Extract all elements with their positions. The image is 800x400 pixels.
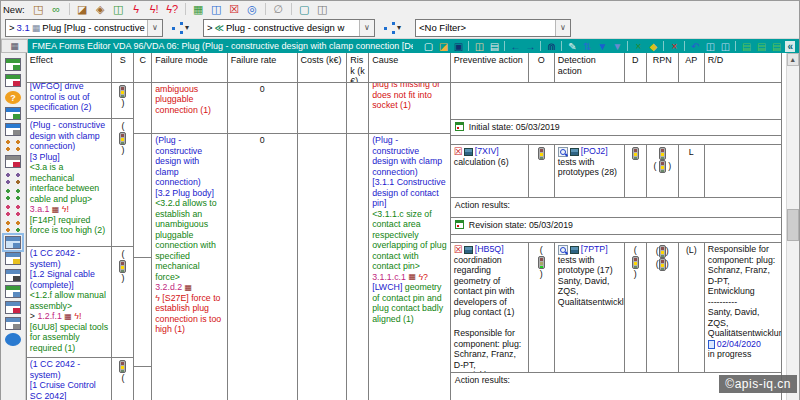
forward-icon[interactable]: → [523, 40, 537, 53]
classification-cell[interactable] [134, 83, 152, 134]
search-binoculars-icon[interactable]: ⋒ [544, 40, 558, 53]
new-failure-question-icon[interactable]: ϟ? [165, 3, 180, 16]
fmea-table-icon[interactable] [5, 155, 21, 168]
classification-cell[interactable] [134, 134, 152, 258]
open-icon[interactable]: ◪ [436, 40, 450, 53]
cause-cell[interactable]: (Plug - constructive design with clamp c… [369, 134, 451, 400]
window-layout-icon[interactable]: ▢ [297, 3, 312, 16]
failure-rate-cell[interactable]: 0 [228, 83, 298, 134]
revision-state-row[interactable]: Revision state: 05/03/2019 [451, 218, 781, 235]
vertical-scrollbar[interactable]: ▲ [786, 53, 799, 400]
ap-cell[interactable]: L [679, 145, 705, 198]
new-characteristic-icon[interactable]: ◈ [93, 3, 108, 16]
new-document-icon[interactable]: ▢ [421, 40, 435, 53]
scroll-up-icon[interactable]: ▲ [787, 53, 799, 66]
structure-history-icon[interactable] [5, 123, 21, 136]
function-dropdown-button[interactable]: ∨ [359, 20, 374, 36]
new-function-icon[interactable]: ∞ [49, 3, 64, 16]
back-icon[interactable]: ← [508, 40, 522, 53]
function-tree-icon[interactable] [5, 220, 21, 233]
lambda-editor-icon[interactable] [5, 269, 21, 282]
add-row-icon[interactable] [5, 74, 21, 87]
preventive-action-cell[interactable]: ☒[7XIV] calculation (6) [451, 145, 529, 198]
severity-cell[interactable]: () [112, 119, 134, 247]
print-icon[interactable]: ▤ [487, 40, 501, 53]
delete-red-icon[interactable]: × [667, 40, 681, 53]
initial-state-row[interactable]: Initial state: 05/03/2019 [451, 120, 781, 136]
deadline-editor-icon[interactable] [5, 317, 21, 330]
list-view3-icon[interactable]: ▤ [769, 40, 783, 53]
detection-rating-cell[interactable]: () [625, 243, 647, 373]
forms-editor-icon[interactable] [5, 236, 21, 249]
occurrence-cell[interactable]: () [529, 243, 555, 373]
delete-box-icon[interactable]: ☒ [227, 3, 242, 16]
function-net-button[interactable]: ▾ [379, 20, 405, 36]
detection-action-cell[interactable]: [7PTP] tests with prototype (17)Santy, D… [555, 243, 625, 373]
collapse-toolbar-icon[interactable]: « [785, 41, 795, 52]
list-view1-icon[interactable]: ▤ [739, 40, 753, 53]
rpn-cell[interactable]: ()() [647, 243, 679, 373]
search-box-icon[interactable]: ◎ [245, 3, 260, 16]
classification-cell[interactable] [134, 258, 152, 367]
rpn-cell[interactable]: ( ) [647, 145, 679, 198]
detection-rating-cell[interactable] [625, 145, 647, 198]
preventive-action-cell[interactable]: ☒[HB5Q] coordination regarding geometry … [451, 243, 529, 373]
classification-cell[interactable] [134, 367, 152, 400]
ap-cell[interactable]: (L) [679, 243, 705, 373]
rd-cell[interactable]: Responsible for component: plug: Schranz… [705, 243, 781, 373]
new-failure-important-icon[interactable]: ϟ! [147, 3, 162, 16]
cause-effect-net-icon[interactable] [5, 188, 21, 201]
scrollbar-thumb[interactable] [787, 209, 799, 241]
forms-overview-icon[interactable] [5, 58, 21, 71]
filter-add-icon[interactable]: ▼ [610, 40, 624, 53]
cause-cell[interactable]: plug is missing or does not fit into soc… [369, 83, 451, 134]
filter-dropdown-button[interactable]: ∨ [555, 20, 570, 36]
costs-cell[interactable] [298, 134, 348, 400]
list-view2-icon[interactable]: ▤ [754, 40, 768, 53]
block-icon[interactable]: ∅ [271, 3, 286, 16]
severity-cell[interactable]: ( [112, 358, 134, 400]
risk-net-icon[interactable] [5, 204, 21, 217]
import-icon[interactable]: ◫ [472, 40, 486, 53]
effect-cell[interactable]: (1 CC 2042 - system)[1 Cruise Control SC… [27, 358, 113, 400]
effect-cell[interactable]: [WFGO] drive control is out of specifica… [27, 83, 113, 119]
deadline-entry-icon[interactable]: ▦ [191, 3, 206, 16]
failure-mode-cell[interactable]: ϟ [8H48] ambiguous pluggable connection … [152, 83, 228, 134]
chart-editor-icon[interactable] [5, 301, 21, 314]
new-failure-icon[interactable]: ϟ [129, 3, 144, 16]
function-selector[interactable]: > ≪ Plug - constructive design w ∨ [203, 19, 375, 37]
statistics-icon[interactable] [5, 252, 21, 265]
action-results-row[interactable]: Action results: [451, 198, 781, 218]
filter-icon[interactable]: ▼ [595, 40, 609, 53]
consistency2-icon[interactable]: ◫ [718, 40, 732, 53]
severity-cell[interactable]: ) [112, 83, 134, 119]
element-function-icon[interactable]: ◫ [111, 3, 126, 16]
excel-export-icon[interactable]: × [631, 40, 645, 53]
effect-cell[interactable]: (Plug - constructive design with clamp c… [27, 119, 113, 247]
failure-mode-cell[interactable]: (Plug - constructive design with clamp c… [152, 134, 228, 400]
undo-icon[interactable]: ↶ [688, 40, 702, 53]
matrix-editor-icon[interactable] [5, 285, 21, 298]
consistency-icon[interactable]: ◫ [703, 40, 717, 53]
structure-editor-icon[interactable] [5, 107, 21, 120]
risk-cell[interactable] [347, 134, 369, 400]
structure-dropdown-button[interactable]: ∨ [147, 20, 162, 36]
costs-cell[interactable] [298, 83, 348, 134]
empty-actions-row[interactable] [451, 83, 781, 120]
rd-cell[interactable] [705, 145, 781, 198]
process-flow-icon[interactable] [5, 172, 21, 185]
detection-action-cell[interactable]: [POJ2] tests with prototypes (28) [555, 145, 625, 198]
effect-cell[interactable]: (1 CC 2042 - system)[1.2 Signal cable (c… [27, 247, 113, 358]
function-net-icon[interactable] [5, 139, 21, 152]
copy-element-icon[interactable]: ◪ [75, 3, 90, 16]
severity-cell[interactable]: () [112, 247, 134, 358]
structure-selector[interactable]: > 3.1 ▦ Plug [Plug - constructive ∨ [5, 19, 163, 37]
filter-lungs-icon[interactable] [5, 333, 21, 346]
occurrence-cell[interactable] [529, 145, 555, 198]
window-settings-icon[interactable]: ◫ [315, 3, 330, 16]
sort-icon[interactable]: ⇅ [580, 40, 594, 53]
copy-icon[interactable]: ◫ [209, 3, 224, 16]
risk-cell[interactable] [347, 83, 369, 134]
failure-rate-cell[interactable]: 0 [228, 134, 298, 400]
window-menu-icon[interactable]: ▦ [1, 39, 28, 53]
